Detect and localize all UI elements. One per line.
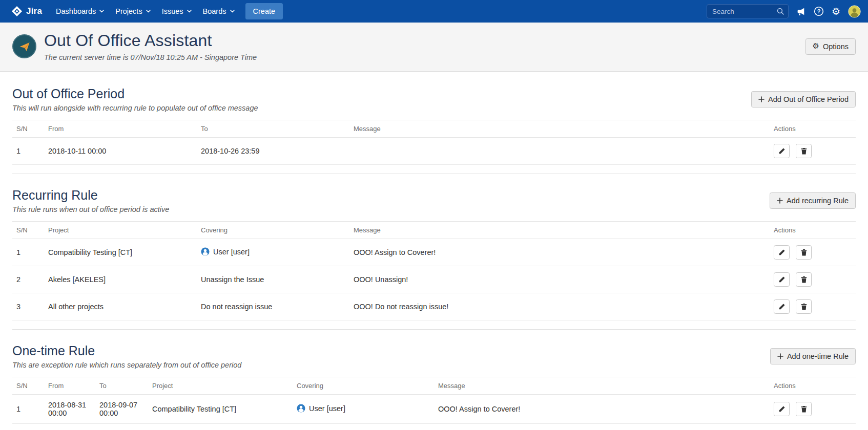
recurring-rule-table: S/N Project Covering Message Actions 1 C… (12, 221, 856, 320)
nav-menu: Dashboards Projects Issues Boards Create (50, 3, 283, 19)
column-header-sn: S/N (12, 377, 48, 395)
nav-item-projects[interactable]: Projects (110, 3, 156, 19)
cell-sn: 1 (12, 395, 48, 424)
column-header-from: From (48, 377, 99, 395)
edit-button[interactable] (774, 402, 790, 416)
cell-project: Akeles [AKELES] (152, 424, 297, 430)
column-header-sn: S/N (12, 120, 48, 138)
help-icon[interactable]: ? (814, 6, 824, 16)
section-recurring-rule: Recurring Rule This rule runs when out o… (12, 188, 856, 330)
nav-item-issues[interactable]: Issues (156, 3, 197, 19)
column-header-message: Message (354, 120, 774, 138)
trash-icon (800, 276, 808, 283)
edit-button[interactable] (774, 299, 790, 314)
plus-icon (777, 353, 783, 359)
cell-from: 2018-08-31 00:00 (48, 424, 99, 430)
edit-button[interactable] (774, 272, 790, 287)
nav-item-label: Projects (115, 7, 142, 15)
trash-icon (800, 249, 808, 256)
search-input[interactable] (711, 7, 774, 16)
pencil-icon (778, 147, 786, 155)
main-content: Out of Office Period This will run along… (0, 72, 868, 430)
column-header-message: Message (354, 222, 774, 239)
table-row: 1 Compatibility Testing [CT] User [user]… (12, 239, 856, 266)
cell-sn: 2 (12, 266, 48, 293)
trash-icon (800, 303, 808, 310)
table-row: 3 All other projects Do not reassign iss… (12, 293, 856, 320)
column-header-covering: Covering (201, 222, 354, 239)
plus-icon (758, 96, 764, 102)
delete-button[interactable] (796, 245, 812, 260)
column-header-actions: Actions (774, 120, 856, 138)
cell-to: 2018-09-07 00:00 (99, 395, 152, 424)
cell-message: OOO! Unassign! (354, 266, 774, 293)
delete-button[interactable] (796, 144, 812, 158)
cell-project: All other projects (48, 293, 201, 320)
nav-item-dashboards[interactable]: Dashboards (50, 3, 110, 19)
table-row: 2 Akeles [AKELES] Unassign the Issue OOO… (12, 266, 856, 293)
ooo-period-table: S/N From To Message Actions 1 2018-10-11… (12, 120, 856, 165)
trash-icon (800, 147, 808, 155)
gear-icon: ⚙ (813, 42, 819, 50)
cell-sn: 3 (12, 293, 48, 320)
options-button-label: Options (823, 42, 849, 51)
delete-button[interactable] (796, 272, 812, 287)
column-header-actions: Actions (774, 377, 856, 395)
cell-covering: User [user] (297, 395, 438, 424)
cell-message: OOO! Assign to Coverer! (438, 395, 774, 424)
settings-gear-icon[interactable]: ⚙ (832, 7, 840, 16)
section-onetime-rule: One-time Rule This are exception rule wh… (12, 343, 856, 430)
section-subtitle: This are exception rule which runs separ… (12, 361, 241, 369)
section-ooo-period: Out of Office Period This will run along… (12, 87, 856, 174)
app-icon (12, 34, 36, 58)
column-header-project: Project (152, 377, 297, 395)
page-title: Out Of Office Assistant (44, 31, 257, 50)
search-box (707, 4, 789, 18)
user-avatar-icon (201, 247, 210, 256)
cell-message: OOO! Do not reassign issue! (354, 293, 774, 320)
cell-actions (774, 424, 856, 430)
search-icon[interactable] (777, 8, 784, 15)
pencil-icon (778, 405, 786, 413)
cell-to: 2018-10-26 23:59 (201, 138, 354, 165)
delete-button[interactable] (796, 299, 812, 314)
add-recurring-rule-button[interactable]: Add recurring Rule (770, 192, 856, 209)
add-ooo-period-button[interactable]: Add Out of Office Period (751, 91, 856, 107)
cell-covering: Unassign the Issue (297, 424, 438, 430)
nav-item-label: Dashboards (56, 7, 96, 15)
add-onetime-rule-button[interactable]: Add one-time Rule (770, 348, 856, 364)
jira-home-link[interactable]: Jira (7, 6, 46, 17)
edit-button[interactable] (774, 144, 790, 158)
announcement-icon[interactable] (796, 7, 806, 16)
cell-sn: 1 (12, 138, 48, 165)
nav-item-boards[interactable]: Boards (197, 3, 240, 19)
user-avatar[interactable] (848, 5, 861, 18)
cell-covering: User [user] (201, 239, 354, 266)
cell-message: OOO! Unassign! (438, 424, 774, 430)
jira-logo-icon (11, 6, 23, 17)
covering-user-chip: User [user] (201, 247, 250, 256)
cell-actions (774, 293, 856, 320)
covering-user-chip: User [user] (297, 404, 345, 413)
section-title: Out of Office Period (12, 87, 258, 101)
table-header-row: S/N From To Project Covering Message Act… (12, 377, 856, 395)
pencil-icon (778, 276, 786, 283)
delete-button[interactable] (796, 402, 812, 416)
table-header-row: S/N From To Message Actions (12, 120, 856, 138)
cell-actions (774, 395, 856, 424)
cell-to: 2018-09-07 00:00 (99, 424, 152, 430)
section-head: One-time Rule This are exception rule wh… (12, 343, 856, 369)
cell-covering: Do not reassign issue (201, 293, 354, 320)
column-header-from: From (48, 120, 201, 138)
svg-text:?: ? (817, 8, 821, 14)
cell-project: Compatibility Testing [CT] (152, 395, 297, 424)
column-header-to: To (99, 377, 152, 395)
create-button[interactable]: Create (245, 3, 283, 19)
column-header-sn: S/N (12, 222, 48, 239)
edit-button[interactable] (774, 245, 790, 260)
table-row: 2 2018-08-31 00:00 2018-09-07 00:00 Akel… (12, 424, 856, 430)
chevron-down-icon (146, 10, 151, 13)
navbar-right: ? ⚙ (707, 4, 861, 18)
options-button[interactable]: ⚙ Options (805, 38, 856, 55)
table-row: 1 2018-10-11 00:00 2018-10-26 23:59 (12, 138, 856, 165)
